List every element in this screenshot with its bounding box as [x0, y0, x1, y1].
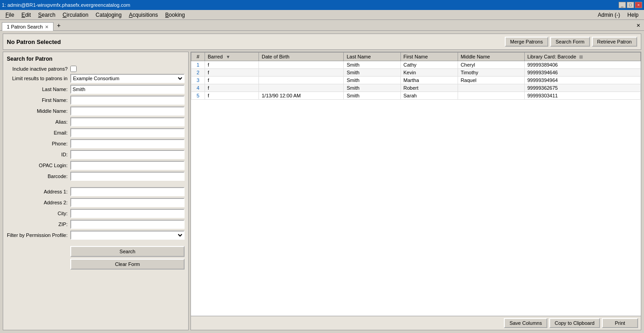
results-table-container: # Barred ▼ Date of Birth Last Name First…: [191, 52, 641, 316]
address1-input[interactable]: [70, 187, 185, 196]
last-name-input[interactable]: [70, 85, 185, 94]
menu-cataloging[interactable]: Cataloging: [92, 11, 125, 19]
phone-row: Phone:: [7, 139, 185, 148]
menu-edit[interactable]: Edit: [18, 11, 34, 19]
zip-input[interactable]: [70, 220, 185, 229]
cell-lastname: Smith: [344, 61, 400, 69]
middle-name-input[interactable]: [70, 106, 185, 116]
minimize-button[interactable]: _: [619, 2, 626, 8]
tab-close-icon[interactable]: ✕: [45, 24, 49, 29]
limit-select[interactable]: Example Consortium: [70, 74, 185, 83]
opac-login-label: OPAC Login:: [7, 163, 70, 168]
menu-admin[interactable]: Admin (-): [594, 11, 624, 19]
table-row[interactable]: 4 f Smith Robert 99999362675: [191, 84, 641, 92]
middle-name-label: Middle Name:: [7, 108, 70, 114]
top-panel-buttons: Merge Patrons Search Form Retrieve Patro…: [505, 37, 637, 47]
id-label: ID:: [7, 152, 70, 157]
cell-num: 3: [191, 77, 205, 84]
col-expand-icon: ▼: [226, 54, 230, 59]
col-lastname[interactable]: Last Name: [344, 53, 400, 61]
middle-name-row: Middle Name:: [7, 106, 185, 116]
menu-circulation[interactable]: Circulation: [59, 11, 92, 19]
copy-to-clipboard-button[interactable]: Copy to Clipboard: [549, 318, 600, 328]
phone-label: Phone:: [7, 141, 70, 146]
print-button[interactable]: Print: [602, 318, 638, 328]
col-dob[interactable]: Date of Birth: [259, 53, 343, 61]
results-table: # Barred ▼ Date of Birth Last Name First…: [191, 52, 641, 100]
form-buttons: Search Clear Form: [7, 246, 185, 270]
top-panel: No Patron Selected Merge Patrons Search …: [3, 34, 641, 50]
col-barred[interactable]: Barred ▼: [205, 53, 259, 61]
last-name-label: Last Name:: [7, 87, 70, 92]
tab-close-all[interactable]: ✕: [634, 21, 642, 30]
cell-dob: [259, 77, 343, 84]
retrieve-patron-button[interactable]: Retrieve Patron: [592, 37, 637, 47]
limit-results-row: Limit results to patrons in Example Cons…: [7, 74, 185, 83]
cell-firstname: Martha: [400, 77, 458, 84]
tab-add-button[interactable]: +: [54, 20, 64, 30]
col-firstname[interactable]: First Name: [400, 53, 458, 61]
results-table-body: 1 f Smith Cathy Cheryl 99999389406 2 f S…: [191, 61, 641, 100]
id-row: ID:: [7, 150, 185, 159]
search-panel-title: Search for Patron: [7, 56, 185, 62]
col-barcode-icon: ⊞: [579, 54, 583, 59]
table-row[interactable]: 1 f Smith Cathy Cheryl 99999389406: [191, 61, 641, 69]
menu-search[interactable]: Search: [34, 11, 59, 19]
first-name-input[interactable]: [70, 96, 185, 105]
alias-input[interactable]: [70, 117, 185, 126]
menu-file[interactable]: File: [2, 11, 18, 19]
menu-booking[interactable]: Booking: [161, 11, 188, 19]
menu-acquisitions[interactable]: Acquisitions: [125, 11, 161, 19]
include-inactive-row: Include inactive patrons?: [7, 66, 185, 72]
opac-login-row: OPAC Login:: [7, 161, 185, 170]
barcode-input[interactable]: [70, 172, 185, 181]
col-middlename[interactable]: Middle Name: [458, 53, 524, 61]
cell-middlename: [458, 84, 524, 92]
cell-num: 4: [191, 84, 205, 92]
email-input[interactable]: [70, 128, 185, 137]
cell-firstname: Sarah: [400, 92, 458, 100]
permission-profile-label: Filter by Permission Profile:: [7, 232, 70, 238]
table-row[interactable]: 3 f Smith Martha Raquel 99999394964: [191, 77, 641, 84]
cell-barred: f: [205, 84, 259, 92]
limit-results-label: Limit results to patrons in: [7, 76, 70, 81]
clear-form-button[interactable]: Clear Form: [70, 259, 185, 270]
search-button[interactable]: Search: [70, 246, 185, 257]
phone-input[interactable]: [70, 139, 185, 148]
cell-barcode: 99999362675: [524, 84, 640, 92]
address2-row: Address 2:: [7, 198, 185, 207]
close-button[interactable]: ×: [635, 2, 642, 8]
cell-firstname: Robert: [400, 84, 458, 92]
cell-lastname: Smith: [344, 92, 400, 100]
address2-input[interactable]: [70, 198, 185, 207]
cell-barred: f: [205, 61, 259, 69]
content-area: Search for Patron Include inactive patro…: [3, 52, 641, 330]
include-inactive-checkbox[interactable]: [70, 66, 77, 72]
tab-patron-search[interactable]: 1 Patron Search ✕: [2, 22, 54, 31]
title-bar: 1: admin@BR1-winxpvmfx.phasefx.evergreen…: [0, 0, 644, 10]
first-name-label: First Name:: [7, 97, 70, 103]
id-input[interactable]: [70, 150, 185, 159]
no-patron-label: No Patron Selected: [7, 39, 61, 45]
cell-firstname: Cathy: [400, 61, 458, 69]
cell-lastname: Smith: [344, 84, 400, 92]
opac-login-input[interactable]: [70, 161, 185, 170]
search-form-button[interactable]: Search Form: [550, 37, 590, 47]
tab-label: 1 Patron Search: [7, 24, 43, 29]
menu-help[interactable]: Help: [624, 11, 642, 19]
last-name-row: Last Name:: [7, 85, 185, 94]
save-columns-button[interactable]: Save Columns: [504, 318, 547, 328]
results-panel: # Barred ▼ Date of Birth Last Name First…: [190, 52, 641, 330]
cell-lastname: Smith: [344, 69, 400, 77]
table-row[interactable]: 5 f 1/13/90 12:00 AM Smith Sarah 9999930…: [191, 92, 641, 100]
merge-patrons-button[interactable]: Merge Patrons: [505, 37, 548, 47]
email-row: Email:: [7, 128, 185, 137]
table-row[interactable]: 2 f Smith Kevin Timothy 99999394646: [191, 69, 641, 77]
col-barcode[interactable]: Library Card: Barcode ⊞: [524, 53, 640, 61]
cell-dob: [259, 61, 343, 69]
title-controls[interactable]: _ □ ×: [619, 2, 642, 8]
permission-profile-select[interactable]: [70, 231, 185, 240]
city-input[interactable]: [70, 209, 185, 218]
maximize-button[interactable]: □: [627, 2, 634, 8]
cell-barred: f: [205, 92, 259, 100]
